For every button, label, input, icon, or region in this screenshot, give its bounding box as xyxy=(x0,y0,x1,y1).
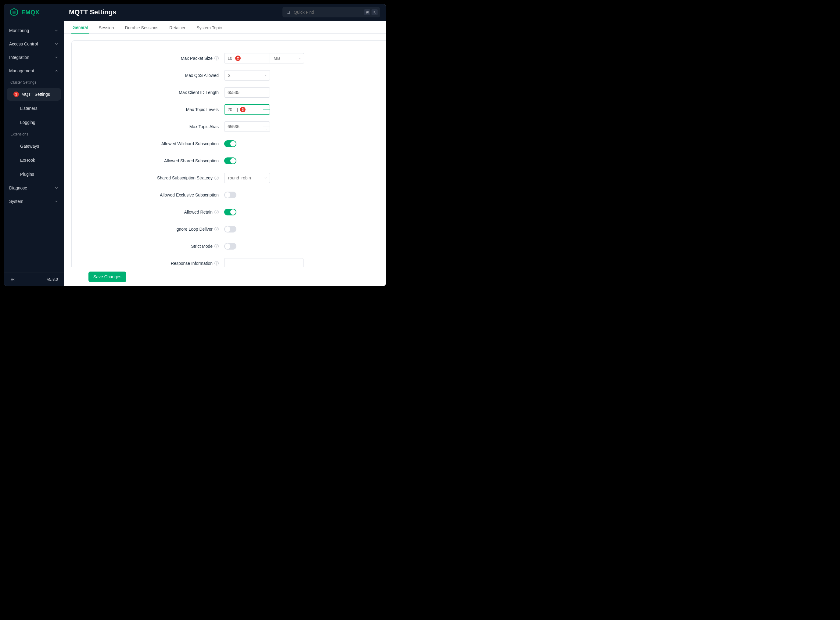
chevron-up-icon xyxy=(54,69,59,73)
allowed-exclusive-subscription-switch[interactable] xyxy=(224,192,236,198)
tab-label: Session xyxy=(99,25,114,30)
tab-durable-sessions[interactable]: Durable Sessions xyxy=(124,25,160,33)
allowed-shared-subscription-switch[interactable] xyxy=(224,158,236,164)
ignore-loop-deliver-switch[interactable] xyxy=(224,226,236,233)
sidebar-item-monitoring[interactable]: Monitoring xyxy=(4,24,64,37)
search-input[interactable] xyxy=(293,9,362,15)
help-icon[interactable]: ? xyxy=(215,56,219,60)
form-label: Response Information xyxy=(171,261,213,266)
select-value: round_robin xyxy=(228,175,251,180)
sidebar-item-gateways[interactable]: Gateways xyxy=(7,140,61,152)
chevron-up-icon xyxy=(265,106,268,108)
settings-card: Max Packet Size ? 2 MB xyxy=(71,40,386,286)
brand-logo[interactable]: EMQX xyxy=(10,8,63,17)
sidebar-item-access-control[interactable]: Access Control xyxy=(4,37,64,51)
chevron-down-icon xyxy=(264,176,267,179)
max-client-id-length-input[interactable] xyxy=(224,87,270,98)
sidebar-item-label: Integration xyxy=(9,55,29,60)
search-shortcut: ⌘ K xyxy=(364,9,377,15)
sidebar-item-label: System xyxy=(9,199,24,204)
brand-name: EMQX xyxy=(21,9,39,16)
sidebar-item-label: Management xyxy=(9,68,34,73)
tab-system-topic[interactable]: System Topic xyxy=(195,25,223,33)
sidebar-item-plugins[interactable]: Plugins xyxy=(7,168,61,181)
select-value: 2 xyxy=(228,73,231,78)
help-icon[interactable]: ? xyxy=(215,176,219,180)
tab-session[interactable]: Session xyxy=(98,25,115,33)
allowed-retain-switch[interactable] xyxy=(224,209,236,215)
chevron-down-icon xyxy=(54,29,59,33)
sidebar-item-exhook[interactable]: ExHook xyxy=(7,154,61,167)
sidebar-item-integration[interactable]: Integration xyxy=(4,51,64,64)
tab-retainer[interactable]: Retainer xyxy=(168,25,187,33)
search-box[interactable]: ⌘ K xyxy=(283,7,380,17)
sidebar-item-label: Monitoring xyxy=(9,28,29,33)
chevron-down-icon xyxy=(54,55,59,60)
spin-down-button[interactable] xyxy=(263,110,270,115)
row-max-qos-allowed: Max QoS Allowed 2 xyxy=(72,67,386,84)
max-packet-size-unit-select[interactable]: MB xyxy=(270,53,304,63)
sidebar-header-extensions: Extensions xyxy=(4,129,64,139)
sidebar-item-label: Gateways xyxy=(20,144,39,149)
form-label: Allowed Exclusive Subscription xyxy=(160,193,219,197)
form-label: Strict Mode xyxy=(191,244,213,249)
response-information-input[interactable] xyxy=(224,258,304,268)
spin-down-button[interactable] xyxy=(263,127,270,132)
save-changes-button[interactable]: Save Changes xyxy=(89,272,126,282)
spin-up-button[interactable] xyxy=(263,122,270,127)
help-icon[interactable]: ? xyxy=(215,261,219,265)
chevron-down-icon xyxy=(54,199,59,203)
annotation-badge-3: 3 xyxy=(240,107,245,112)
help-icon[interactable]: ? xyxy=(215,210,219,214)
spin-up-button[interactable] xyxy=(263,105,270,110)
svg-point-1 xyxy=(287,11,290,14)
row-allowed-shared-subscription: Allowed Shared Subscription xyxy=(72,152,386,169)
sidebar-item-label: Access Control xyxy=(9,42,38,47)
spinner-controls xyxy=(263,105,270,114)
select-value: MB xyxy=(273,56,280,61)
sidebar-item-listeners[interactable]: Listeners xyxy=(7,102,61,115)
sidebar-item-label: Diagnose xyxy=(9,185,27,190)
sidebar-item-label: Logging xyxy=(20,120,35,125)
sidebar-footer: v5.8.0 xyxy=(4,272,64,286)
chevron-down-icon xyxy=(265,111,268,113)
strict-mode-switch[interactable] xyxy=(224,243,236,250)
sidebar-header-cluster-settings: Cluster Settings xyxy=(4,77,64,87)
tab-general[interactable]: General xyxy=(71,25,89,33)
row-allowed-retain: Allowed Retain ? xyxy=(72,203,386,221)
form-label: Shared Subscription Strategy xyxy=(157,175,213,180)
sidebar-item-label: Listeners xyxy=(20,106,38,111)
sidebar-item-system[interactable]: System xyxy=(4,195,64,208)
collapse-sidebar-icon[interactable] xyxy=(10,277,15,282)
chevron-down-icon xyxy=(265,128,268,130)
help-icon[interactable]: ? xyxy=(215,244,219,248)
sidebar-item-logging[interactable]: Logging xyxy=(7,116,61,129)
save-bar: Save Changes xyxy=(71,267,386,286)
shared-subscription-strategy-select[interactable]: round_robin xyxy=(224,173,270,183)
form-label: Max Topic Levels xyxy=(186,107,219,112)
annotation-badge-2: 2 xyxy=(235,56,240,61)
row-allowed-exclusive-subscription: Allowed Exclusive Subscription xyxy=(72,187,386,203)
annotation-badge-1: 1 xyxy=(14,92,19,97)
chevron-down-icon xyxy=(264,74,267,77)
svg-line-2 xyxy=(289,13,290,14)
max-qos-allowed-select[interactable]: 2 xyxy=(224,70,270,81)
sidebar-item-mqtt-settings[interactable]: 1 MQTT Settings xyxy=(7,88,61,101)
tab-label: General xyxy=(72,25,88,30)
form-label: Max QoS Allowed xyxy=(185,73,219,78)
sidebar-item-diagnose[interactable]: Diagnose xyxy=(4,181,64,195)
row-strict-mode: Strict Mode ? xyxy=(72,238,386,255)
form-label: Ignore Loop Deliver xyxy=(175,227,213,232)
form-label: Max Packet Size xyxy=(181,56,213,61)
max-packet-size-input[interactable] xyxy=(224,53,270,63)
chevron-down-icon xyxy=(54,42,59,46)
form-label: Allowed Wildcard Subscription xyxy=(161,141,219,146)
sidebar-item-management[interactable]: Management xyxy=(4,64,64,77)
tab-label: Durable Sessions xyxy=(125,25,159,30)
row-allowed-wildcard-subscription: Allowed Wildcard Subscription xyxy=(72,135,386,152)
row-shared-subscription-strategy: Shared Subscription Strategy ? round_rob… xyxy=(72,169,386,187)
allowed-wildcard-subscription-switch[interactable] xyxy=(224,140,236,147)
help-icon[interactable]: ? xyxy=(215,227,219,231)
topbar: EMQX MQTT Settings ⌘ K xyxy=(4,4,386,21)
sidebar-item-label: MQTT Settings xyxy=(21,92,50,97)
